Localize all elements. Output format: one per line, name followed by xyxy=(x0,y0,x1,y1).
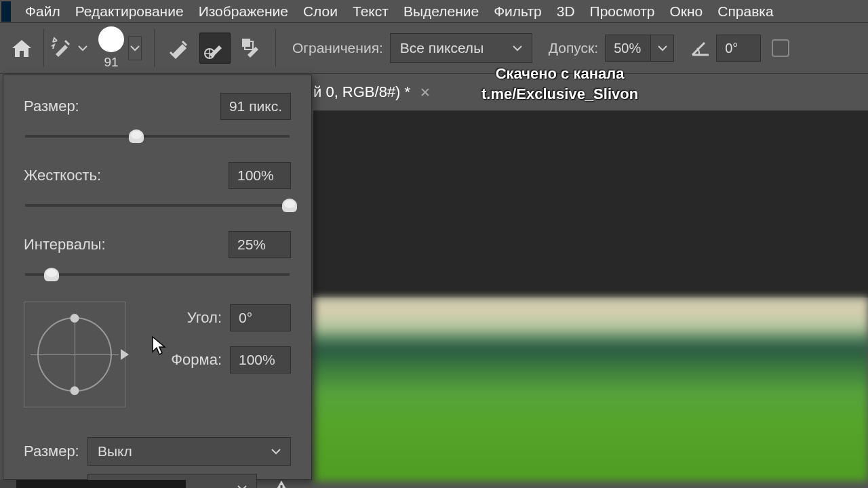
menu-3d[interactable]: 3D xyxy=(549,1,583,22)
angle-field[interactable]: 0° xyxy=(716,35,761,62)
menu-file[interactable]: Файл xyxy=(18,1,68,22)
chevron-down-icon xyxy=(499,45,522,52)
dynamics-size-value: Выкл xyxy=(98,443,132,460)
warning-icon xyxy=(272,479,291,488)
spacing-slider[interactable] xyxy=(25,273,290,276)
close-icon[interactable]: ✕ xyxy=(420,85,431,100)
chevron-down-icon[interactable] xyxy=(77,42,89,54)
brush-preset-picker[interactable]: 91 xyxy=(98,26,124,70)
chevron-down-icon xyxy=(237,485,247,489)
angle-value-field[interactable]: 0° xyxy=(230,304,291,331)
watermark-line2: t.me/Exclusive_Slivon xyxy=(481,84,638,104)
slider-thumb[interactable] xyxy=(282,199,297,212)
separator xyxy=(275,29,276,67)
separator xyxy=(154,29,155,67)
slider-thumb[interactable] xyxy=(44,268,59,281)
sampling-continuous-button[interactable] xyxy=(163,33,194,64)
spacing-field[interactable]: 25% xyxy=(229,231,291,258)
hardness-label: Жесткость: xyxy=(24,167,229,184)
home-button[interactable] xyxy=(5,32,38,64)
watermark-line1: Скачено с канала xyxy=(481,64,638,84)
document-tab[interactable]: й 0, RGB/8#) * ✕ xyxy=(313,83,431,101)
size-label: Размер: xyxy=(24,98,220,115)
sampling-swatch-button[interactable] xyxy=(236,33,267,64)
angle-icon[interactable] xyxy=(689,37,712,60)
size-slider[interactable] xyxy=(25,135,290,138)
angle-field-label: Угол: xyxy=(170,309,222,327)
roundness-field[interactable]: 100% xyxy=(230,346,291,373)
tab-title: й 0, RGB/8#) * xyxy=(313,83,410,101)
size-field[interactable]: 91 пикс. xyxy=(220,93,291,120)
menu-image[interactable]: Изображение xyxy=(191,1,296,22)
tolerance-field[interactable]: 50% xyxy=(605,35,651,62)
angle-handle-top[interactable] xyxy=(71,314,79,323)
tolerance-dropdown[interactable] xyxy=(651,35,674,62)
separator xyxy=(43,29,44,67)
menu-window[interactable]: Окно xyxy=(662,1,710,22)
brush-preset-dropdown[interactable] xyxy=(128,36,142,60)
brush-preview-circle xyxy=(98,26,124,52)
hardness-field[interactable]: 100% xyxy=(229,162,291,189)
spacing-label: Интервалы: xyxy=(24,236,229,253)
document-tab-bar: й 0, RGB/8#) * ✕ xyxy=(313,74,431,110)
angle-handle-bottom[interactable] xyxy=(71,386,79,395)
limits-label: Ограничения: xyxy=(292,40,383,56)
limits-value: Все пикселы xyxy=(400,40,484,56)
tolerance-label: Допуск: xyxy=(549,40,598,56)
options-bar: 91 Ограничения: Все пикселы Допуск: 50% xyxy=(0,23,868,74)
slider-thumb[interactable] xyxy=(129,129,144,143)
menu-view[interactable]: Просмотр xyxy=(583,1,663,22)
sampling-once-button[interactable] xyxy=(199,33,231,64)
app-logo xyxy=(1,1,11,22)
menu-help[interactable]: Справка xyxy=(710,1,781,22)
hardness-slider[interactable] xyxy=(25,204,290,207)
dynamics-size-select[interactable]: Выкл xyxy=(87,437,291,466)
menu-edit[interactable]: Редактирование xyxy=(68,1,191,22)
angle-arrow-icon[interactable] xyxy=(121,349,129,360)
roundness-label: Форма: xyxy=(170,351,222,369)
svg-rect-3 xyxy=(242,39,250,47)
menu-type[interactable]: Текст xyxy=(345,1,396,22)
menu-select[interactable]: Выделение xyxy=(396,1,486,22)
angle-circle[interactable] xyxy=(37,317,112,392)
menu-bar: Файл Редактирование Изображение Слои Тек… xyxy=(0,0,868,23)
svg-rect-5 xyxy=(281,485,283,488)
limits-select[interactable]: Все пикселы xyxy=(390,33,532,63)
angle-widget[interactable] xyxy=(24,302,125,407)
watermark-text: Скачено с канала t.me/Exclusive_Slivon xyxy=(481,64,638,104)
tools-strip xyxy=(0,480,16,488)
canvas-background xyxy=(313,110,868,298)
footer-bar xyxy=(16,480,186,488)
menu-layer[interactable]: Слои xyxy=(296,1,345,22)
brush-settings-panel: Размер: 91 пикс. Жесткость: 100% Интерва… xyxy=(3,75,312,480)
chevron-down-icon xyxy=(271,449,281,455)
menu-filter[interactable]: Фильтр xyxy=(486,1,549,22)
brush-size-label: 91 xyxy=(104,55,118,70)
dynamics-size-label: Размер: xyxy=(24,443,79,460)
canvas-image[interactable] xyxy=(313,298,868,481)
antialias-checkbox[interactable] xyxy=(772,39,789,57)
color-replace-tool-icon[interactable] xyxy=(50,36,89,60)
cursor-icon xyxy=(151,336,166,356)
